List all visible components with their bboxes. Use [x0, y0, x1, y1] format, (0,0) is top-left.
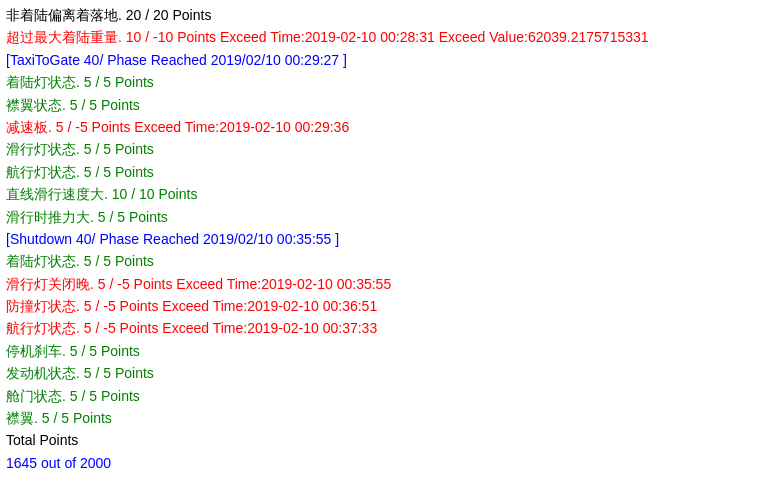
report-line: 直线滑行速度大. 10 / 10 Points: [6, 183, 761, 205]
report-content: 非着陆偏离着落地. 20 / 20 Points超过最大着陆重量. 10 / -…: [6, 4, 761, 474]
line-text: 发动机状态. 5 / 5 Points: [6, 365, 154, 381]
report-line: 襟翼. 5 / 5 Points: [6, 407, 761, 429]
report-line: 发动机状态. 5 / 5 Points: [6, 362, 761, 384]
report-line: 防撞灯状态. 5 / -5 Points Exceed Time:2019-02…: [6, 295, 761, 317]
report-line: 超过最大着陆重量. 10 / -10 Points Exceed Time:20…: [6, 26, 761, 48]
report-line: [Shutdown 40/ Phase Reached 2019/02/10 0…: [6, 228, 761, 250]
line-text: 非着陆偏离着落地. 20 / 20 Points: [6, 7, 211, 23]
report-line: 滑行时推力大. 5 / 5 Points: [6, 206, 761, 228]
line-text: 直线滑行速度大. 10 / 10 Points: [6, 186, 197, 202]
line-text: 滑行灯关闭晚. 5 / -5 Points Exceed Time:2019-0…: [6, 276, 391, 292]
report-line: 停机刹车. 5 / 5 Points: [6, 340, 761, 362]
report-line: 非着陆偏离着落地. 20 / 20 Points: [6, 4, 761, 26]
line-text: 滑行灯状态. 5 / 5 Points: [6, 141, 154, 157]
report-line: 舱门状态. 5 / 5 Points: [6, 385, 761, 407]
line-text: 1645 out of 2000: [6, 455, 111, 471]
line-text: 滑行时推力大. 5 / 5 Points: [6, 209, 168, 225]
report-line: 着陆灯状态. 5 / 5 Points: [6, 71, 761, 93]
line-text: 防撞灯状态. 5 / -5 Points Exceed Time:2019-02…: [6, 298, 377, 314]
line-text: 超过最大着陆重量. 10 / -10 Points Exceed Time:20…: [6, 29, 649, 45]
report-line: 着陆灯状态. 5 / 5 Points: [6, 250, 761, 272]
report-line: 航行灯状态. 5 / -5 Points Exceed Time:2019-02…: [6, 317, 761, 339]
line-text: 航行灯状态. 5 / -5 Points Exceed Time:2019-02…: [6, 320, 377, 336]
report-line: 滑行灯状态. 5 / 5 Points: [6, 138, 761, 160]
report-line: 航行灯状态. 5 / 5 Points: [6, 161, 761, 183]
line-text: 舱门状态. 5 / 5 Points: [6, 388, 140, 404]
line-text: [Shutdown 40/ Phase Reached 2019/02/10 0…: [6, 231, 339, 247]
line-text: 襟翼. 5 / 5 Points: [6, 410, 112, 426]
line-text: 航行灯状态. 5 / 5 Points: [6, 164, 154, 180]
report-line: [TaxiToGate 40/ Phase Reached 2019/02/10…: [6, 49, 761, 71]
line-text: 襟翼状态. 5 / 5 Points: [6, 97, 140, 113]
report-line: 滑行灯关闭晚. 5 / -5 Points Exceed Time:2019-0…: [6, 273, 761, 295]
line-text: [TaxiToGate 40/ Phase Reached 2019/02/10…: [6, 52, 347, 68]
line-text: 停机刹车. 5 / 5 Points: [6, 343, 140, 359]
report-line: Total Points: [6, 429, 761, 451]
line-text: 着陆灯状态. 5 / 5 Points: [6, 253, 154, 269]
line-text: 减速板. 5 / -5 Points Exceed Time:2019-02-1…: [6, 119, 349, 135]
line-text: Total Points: [6, 432, 78, 448]
report-line: 1645 out of 2000: [6, 452, 761, 474]
report-line: 减速板. 5 / -5 Points Exceed Time:2019-02-1…: [6, 116, 761, 138]
line-text: 着陆灯状态. 5 / 5 Points: [6, 74, 154, 90]
report-line: 襟翼状态. 5 / 5 Points: [6, 94, 761, 116]
